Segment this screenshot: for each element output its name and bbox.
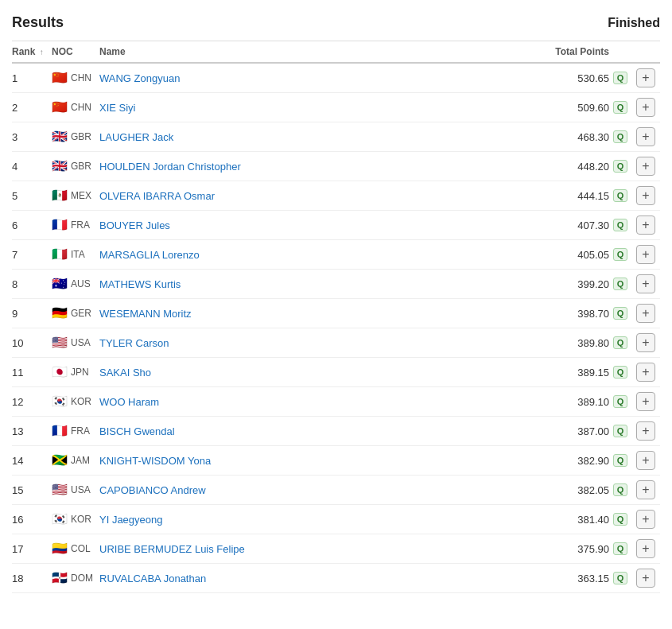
expand-button[interactable]: + [636,215,655,235]
action-cell[interactable]: + [631,127,660,146]
action-cell[interactable]: + [631,98,660,117]
expand-button[interactable]: + [636,363,655,382]
action-cell[interactable]: + [631,569,660,588]
q-cell[interactable]: Q [609,219,631,231]
athlete-name[interactable]: MATHEWS Kurtis [99,278,522,290]
athlete-name[interactable]: YI Jaegyeong [99,514,522,526]
rank-cell: 1 [12,72,52,84]
athlete-name[interactable]: XIE Siyi [99,102,522,114]
qualification-badge[interactable]: Q [613,454,628,467]
q-cell[interactable]: Q [609,425,631,437]
athlete-name[interactable]: CAPOBIANCO Andrew [99,484,522,496]
qualification-badge[interactable]: Q [613,278,628,290]
qualification-badge[interactable]: Q [613,425,628,437]
action-cell[interactable]: + [631,363,660,382]
qualification-badge[interactable]: Q [613,542,628,555]
q-cell[interactable]: Q [609,101,631,114]
action-cell[interactable]: + [631,304,660,323]
rank-cell: 6 [12,219,52,231]
q-cell[interactable]: Q [609,160,631,173]
q-cell[interactable]: Q [609,542,631,555]
expand-button[interactable]: + [636,451,655,470]
expand-button[interactable]: + [636,392,655,411]
action-cell[interactable]: + [631,333,660,352]
q-cell[interactable]: Q [609,130,631,143]
qualification-badge[interactable]: Q [613,366,628,379]
athlete-name[interactable]: SAKAI Sho [99,367,522,379]
q-cell[interactable]: Q [609,454,631,467]
expand-button[interactable]: + [636,245,655,264]
action-cell[interactable]: + [631,421,660,441]
q-cell[interactable]: Q [609,307,631,320]
athlete-name[interactable]: LAUGHER Jack [99,131,522,143]
expand-button[interactable]: + [636,333,655,352]
q-cell[interactable]: Q [609,336,631,349]
action-cell[interactable]: + [631,392,660,411]
rank-header[interactable]: Rank ↑ [12,46,52,57]
qualification-badge[interactable]: Q [613,130,628,143]
noc-cell: 🇮🇹 ITA [52,249,99,260]
athlete-name[interactable]: URIBE BERMUDEZ Luis Felipe [99,543,522,555]
athlete-name[interactable]: KNIGHT-WISDOM Yona [99,455,522,467]
athlete-name[interactable]: TYLER Carson [99,337,522,349]
qualification-badge[interactable]: Q [613,160,628,173]
athlete-name[interactable]: BISCH Gwendal [99,425,522,437]
expand-button[interactable]: + [636,480,655,499]
q-cell[interactable]: Q [609,248,631,261]
q-cell[interactable]: Q [609,278,631,290]
qualification-badge[interactable]: Q [613,572,628,584]
qualification-badge[interactable]: Q [613,513,628,526]
action-cell[interactable]: + [631,510,660,529]
athlete-name[interactable]: HOULDEN Jordan Christopher [99,161,522,173]
q-cell[interactable]: Q [609,366,631,379]
expand-button[interactable]: + [636,186,655,205]
q-cell[interactable]: Q [609,189,631,202]
expand-button[interactable]: + [636,304,655,323]
q-cell[interactable]: Q [609,513,631,526]
expand-button[interactable]: + [636,274,655,293]
qualification-badge[interactable]: Q [613,189,628,202]
action-cell[interactable]: + [631,245,660,264]
action-cell[interactable]: + [631,274,660,293]
expand-button[interactable]: + [636,68,655,87]
noc-code: DOM [71,573,93,584]
athlete-name[interactable]: WANG Zongyuan [99,72,522,84]
qualification-badge[interactable]: Q [613,336,628,349]
q-cell[interactable]: Q [609,572,631,584]
table-row: 11 🇯🇵 JPN SAKAI Sho 389.15 Q + [12,358,660,387]
action-cell[interactable]: + [631,186,660,205]
expand-button[interactable]: + [636,510,655,529]
athlete-name[interactable]: RUVALCABA Jonathan [99,573,522,584]
qualification-badge[interactable]: Q [613,101,628,114]
action-cell[interactable]: + [631,68,660,87]
action-cell[interactable]: + [631,215,660,235]
expand-button[interactable]: + [636,157,655,176]
athlete-name[interactable]: BOUYER Jules [99,219,522,231]
athlete-name[interactable]: MARSAGLIA Lorenzo [99,249,522,261]
athlete-name[interactable]: WOO Haram [99,396,522,408]
athlete-name[interactable]: WESEMANN Moritz [99,308,522,320]
expand-button[interactable]: + [636,569,655,588]
expand-button[interactable]: + [636,127,655,146]
action-cell[interactable]: + [631,480,660,499]
qualification-badge[interactable]: Q [613,219,628,231]
q-cell[interactable]: Q [609,395,631,408]
action-cell[interactable]: + [631,539,660,558]
action-cell[interactable]: + [631,451,660,470]
expand-button[interactable]: + [636,98,655,117]
qualification-badge[interactable]: Q [613,483,628,496]
noc-code: FRA [71,425,90,437]
noc-cell: 🇨🇴 COL [52,543,99,554]
expand-button[interactable]: + [636,539,655,558]
qualification-badge[interactable]: Q [613,395,628,408]
country-flag: 🇩🇪 [52,308,68,319]
qualification-badge[interactable]: Q [613,248,628,261]
action-cell[interactable]: + [631,157,660,176]
rank-cell: 9 [12,308,52,320]
qualification-badge[interactable]: Q [613,72,628,84]
q-cell[interactable]: Q [609,483,631,496]
q-cell[interactable]: Q [609,72,631,84]
expand-button[interactable]: + [636,421,655,441]
athlete-name[interactable]: OLVERA IBARRA Osmar [99,190,522,202]
qualification-badge[interactable]: Q [613,307,628,320]
